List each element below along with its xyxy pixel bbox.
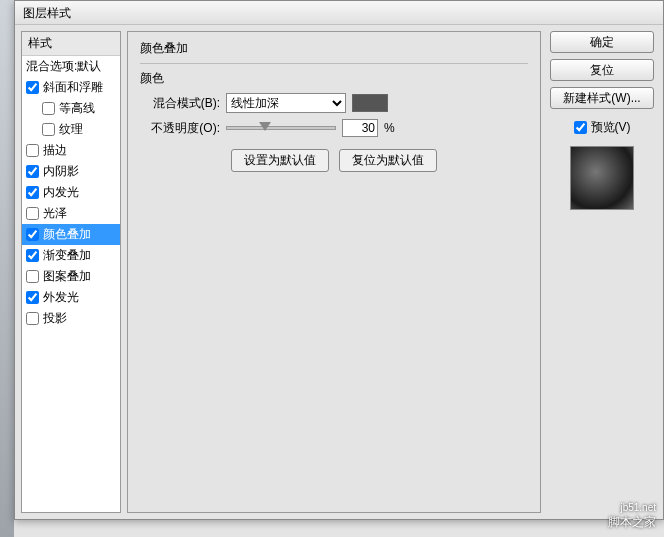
opacity-input[interactable] bbox=[342, 119, 378, 137]
sidebar-item-label: 外发光 bbox=[43, 289, 79, 306]
subgroup-title: 颜色 bbox=[140, 70, 528, 87]
sidebar-item-label: 图案叠加 bbox=[43, 268, 91, 285]
sidebar-item-label: 内发光 bbox=[43, 184, 79, 201]
sidebar-blending-options[interactable]: 混合选项:默认 bbox=[22, 56, 120, 77]
cancel-button[interactable]: 复位 bbox=[550, 59, 654, 81]
sidebar-item-label: 投影 bbox=[43, 310, 67, 327]
sidebar-item-7[interactable]: 颜色叠加 bbox=[22, 224, 120, 245]
sidebar-item-5[interactable]: 内发光 bbox=[22, 182, 120, 203]
sidebar-checkbox[interactable] bbox=[26, 291, 39, 304]
slider-thumb-icon[interactable] bbox=[259, 122, 271, 131]
preview-label: 预览(V) bbox=[591, 119, 631, 136]
blend-mode-select[interactable]: 线性加深 bbox=[226, 93, 346, 113]
sidebar-item-10[interactable]: 外发光 bbox=[22, 287, 120, 308]
sidebar-checkbox[interactable] bbox=[26, 249, 39, 262]
sidebar-checkbox[interactable] bbox=[26, 228, 39, 241]
opacity-unit: % bbox=[384, 121, 395, 135]
sidebar-checkbox[interactable] bbox=[26, 270, 39, 283]
sidebar-item-label: 光泽 bbox=[43, 205, 67, 222]
sidebar-item-4[interactable]: 内阴影 bbox=[22, 161, 120, 182]
sidebar-item-label: 描边 bbox=[43, 142, 67, 159]
opacity-label: 不透明度(O): bbox=[140, 120, 220, 137]
sidebar-item-label: 颜色叠加 bbox=[43, 226, 91, 243]
sidebar-checkbox[interactable] bbox=[26, 312, 39, 325]
sidebar-item-label: 内阴影 bbox=[43, 163, 79, 180]
sidebar-checkbox[interactable] bbox=[26, 165, 39, 178]
sidebar-item-label: 等高线 bbox=[59, 100, 95, 117]
color-swatch[interactable] bbox=[352, 94, 388, 112]
sidebar-checkbox[interactable] bbox=[26, 144, 39, 157]
sidebar-item-label: 渐变叠加 bbox=[43, 247, 91, 264]
sidebar-item-6[interactable]: 光泽 bbox=[22, 203, 120, 224]
preview-thumbnail bbox=[570, 146, 634, 210]
sidebar-header: 样式 bbox=[22, 32, 120, 56]
sidebar-item-label: 斜面和浮雕 bbox=[43, 79, 103, 96]
sidebar-item-2[interactable]: 纹理 bbox=[22, 119, 120, 140]
sidebar-checkbox[interactable] bbox=[42, 123, 55, 136]
watermark-site: 脚本之家 bbox=[608, 515, 656, 529]
titlebar[interactable]: 图层样式 bbox=[15, 1, 663, 25]
sidebar-checkbox[interactable] bbox=[26, 81, 39, 94]
sidebar-checkbox[interactable] bbox=[26, 207, 39, 220]
sidebar-item-9[interactable]: 图案叠加 bbox=[22, 266, 120, 287]
sidebar-checkbox[interactable] bbox=[42, 102, 55, 115]
group-title: 颜色叠加 bbox=[140, 40, 528, 57]
set-default-button[interactable]: 设置为默认值 bbox=[231, 149, 329, 172]
sidebar-item-0[interactable]: 斜面和浮雕 bbox=[22, 77, 120, 98]
styles-sidebar: 样式 混合选项:默认 斜面和浮雕等高线纹理描边内阴影内发光光泽颜色叠加渐变叠加图… bbox=[21, 31, 121, 513]
sidebar-item-8[interactable]: 渐变叠加 bbox=[22, 245, 120, 266]
sidebar-item-11[interactable]: 投影 bbox=[22, 308, 120, 329]
window-title: 图层样式 bbox=[23, 6, 71, 20]
blend-mode-label: 混合模式(B): bbox=[140, 95, 220, 112]
main-panel: 颜色叠加 颜色 混合模式(B): 线性加深 不透明度(O): % bbox=[127, 31, 541, 513]
preview-checkbox[interactable] bbox=[574, 121, 587, 134]
right-panel: 确定 复位 新建样式(W)... 预览(V) bbox=[547, 31, 657, 513]
watermark-url: jb51.net bbox=[608, 502, 656, 513]
reset-default-button[interactable]: 复位为默认值 bbox=[339, 149, 437, 172]
new-style-button[interactable]: 新建样式(W)... bbox=[550, 87, 654, 109]
sidebar-item-1[interactable]: 等高线 bbox=[22, 98, 120, 119]
sidebar-checkbox[interactable] bbox=[26, 186, 39, 199]
layer-style-dialog: 图层样式 样式 混合选项:默认 斜面和浮雕等高线纹理描边内阴影内发光光泽颜色叠加… bbox=[14, 0, 664, 520]
sidebar-item-label: 纹理 bbox=[59, 121, 83, 138]
sidebar-item-label: 混合选项:默认 bbox=[26, 58, 101, 75]
sidebar-item-3[interactable]: 描边 bbox=[22, 140, 120, 161]
preview-checkbox-row[interactable]: 预览(V) bbox=[574, 119, 631, 136]
watermark: jb51.net 脚本之家 bbox=[608, 502, 656, 531]
opacity-slider[interactable] bbox=[226, 126, 336, 130]
ok-button[interactable]: 确定 bbox=[550, 31, 654, 53]
